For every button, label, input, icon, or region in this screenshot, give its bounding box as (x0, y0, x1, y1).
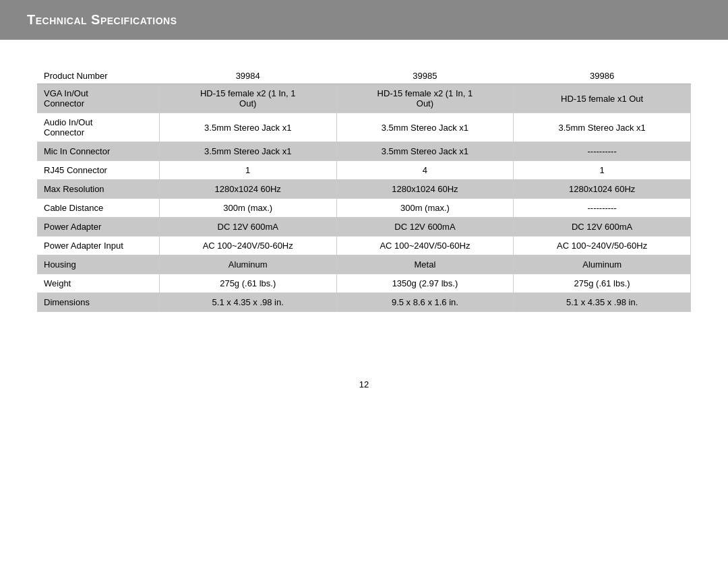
cell-9-2: 275g (.61 lbs.) (514, 274, 691, 293)
cell-1-0: 3.5mm Stereo Jack x1 (159, 113, 336, 142)
table-row: RJ45 Connector141 (37, 161, 691, 180)
row-label-6: Power Adapter (37, 218, 159, 237)
row-label-3: RJ45 Connector (37, 161, 159, 180)
cell-6-0: DC 12V 600mA (159, 218, 336, 237)
cell-0-0: HD-15 female x2 (1 In, 1 Out) (159, 84, 336, 113)
table-row: VGA In/Out ConnectorHD-15 female x2 (1 I… (37, 84, 691, 113)
title-bar: Technical Specifications (0, 0, 728, 40)
cell-8-2: Aluminum (514, 255, 691, 274)
table-row: HousingAluminumMetalAluminum (37, 255, 691, 274)
cell-8-1: Metal (336, 255, 514, 274)
cell-0-1: HD-15 female x2 (1 In, 1 Out) (336, 84, 514, 113)
cell-1-2: 3.5mm Stereo Jack x1 (514, 113, 691, 142)
cell-10-2: 5.1 x 4.35 x .98 in. (514, 293, 691, 312)
header-product-39984: 39984 (159, 67, 336, 84)
header-product-39985: 39985 (336, 67, 514, 84)
cell-1-1: 3.5mm Stereo Jack x1 (336, 113, 514, 142)
cell-2-1: 3.5mm Stereo Jack x1 (336, 142, 514, 161)
row-label-10: Dimensions (37, 293, 159, 312)
cell-10-0: 5.1 x 4.35 x .98 in. (159, 293, 336, 312)
table-row: Mic In Connector3.5mm Stereo Jack x13.5m… (37, 142, 691, 161)
table-row: Cable Distance300m (max.)300m (max.)----… (37, 199, 691, 218)
cell-5-0: 300m (max.) (159, 199, 336, 218)
cell-5-1: 300m (max.) (336, 199, 514, 218)
cell-4-2: 1280x1024 60Hz (514, 180, 691, 199)
header-product-39986: 39986 (514, 67, 691, 84)
cell-3-2: 1 (514, 161, 691, 180)
table-row: Dimensions5.1 x 4.35 x .98 in.9.5 x 8.6 … (37, 293, 691, 312)
row-label-9: Weight (37, 274, 159, 293)
cell-7-0: AC 100~240V/50-60Hz (159, 237, 336, 255)
cell-6-1: DC 12V 600mA (336, 218, 514, 237)
row-label-8: Housing (37, 255, 159, 274)
page-number: 12 (0, 379, 728, 389)
cell-4-0: 1280x1024 60Hz (159, 180, 336, 199)
specs-table: Product Number399843998539986VGA In/Out … (37, 67, 691, 312)
cell-3-0: 1 (159, 161, 336, 180)
cell-10-1: 9.5 x 8.6 x 1.6 in. (336, 293, 514, 312)
cell-5-2: ---------- (514, 199, 691, 218)
row-label-5: Cable Distance (37, 199, 159, 218)
row-label-7: Power Adapter Input (37, 237, 159, 255)
table-row: Weight275g (.61 lbs.)1350g (2.97 lbs.)27… (37, 274, 691, 293)
row-label-1: Audio In/Out Connector (37, 113, 159, 142)
cell-8-0: Aluminum (159, 255, 336, 274)
row-label-2: Mic In Connector (37, 142, 159, 161)
cell-6-2: DC 12V 600mA (514, 218, 691, 237)
page-title: Technical Specifications (27, 12, 701, 28)
cell-4-1: 1280x1024 60Hz (336, 180, 514, 199)
table-row: Max Resolution1280x1024 60Hz1280x1024 60… (37, 180, 691, 199)
table-row: Audio In/Out Connector3.5mm Stereo Jack … (37, 113, 691, 142)
cell-0-2: HD-15 female x1 Out (514, 84, 691, 113)
content-area: Product Number399843998539986VGA In/Out … (0, 60, 728, 339)
cell-7-1: AC 100~240V/50-60Hz (336, 237, 514, 255)
row-label-0: VGA In/Out Connector (37, 84, 159, 113)
table-row: Power AdapterDC 12V 600mADC 12V 600mADC … (37, 218, 691, 237)
cell-9-0: 275g (.61 lbs.) (159, 274, 336, 293)
cell-7-2: AC 100~240V/50-60Hz (514, 237, 691, 255)
header-label: Product Number (37, 67, 159, 84)
cell-3-1: 4 (336, 161, 514, 180)
page-container: Technical Specifications Product Number3… (0, 0, 728, 562)
table-row: Power Adapter InputAC 100~240V/50-60HzAC… (37, 237, 691, 255)
row-label-4: Max Resolution (37, 180, 159, 199)
cell-2-0: 3.5mm Stereo Jack x1 (159, 142, 336, 161)
cell-9-1: 1350g (2.97 lbs.) (336, 274, 514, 293)
cell-2-2: ---------- (514, 142, 691, 161)
